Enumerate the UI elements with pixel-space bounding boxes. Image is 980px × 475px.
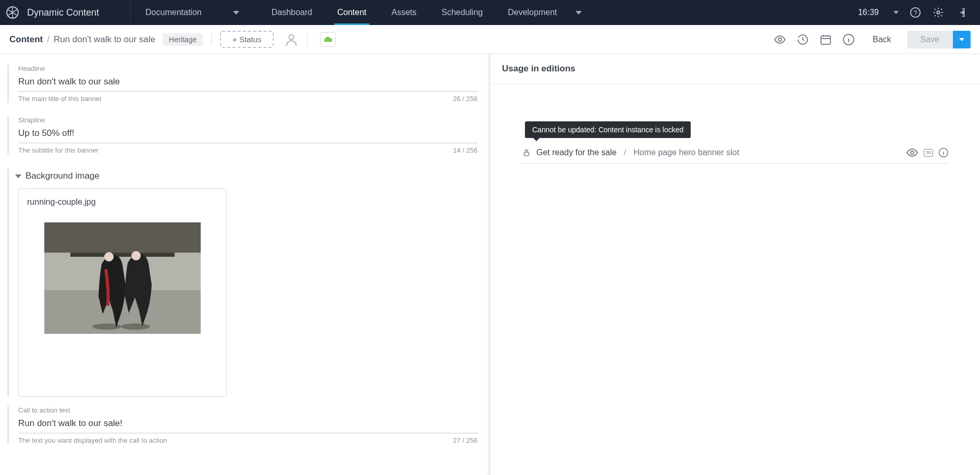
logout-icon[interactable] bbox=[955, 6, 967, 19]
back-button[interactable]: Back bbox=[873, 35, 891, 44]
chevron-down-icon bbox=[233, 11, 239, 15]
info-icon[interactable] bbox=[938, 147, 949, 158]
svg-rect-9 bbox=[44, 222, 201, 253]
settings-icon[interactable] bbox=[932, 6, 945, 19]
tab-scheduling[interactable]: Scheduling bbox=[429, 0, 495, 25]
user-icon[interactable] bbox=[284, 32, 299, 47]
save-dropdown-button[interactable] bbox=[953, 31, 971, 48]
svg-point-4 bbox=[289, 34, 294, 39]
lock-icon bbox=[522, 148, 531, 157]
headline-help: The main title of this banner bbox=[18, 95, 102, 103]
save-button-group: Save bbox=[907, 31, 971, 48]
svg-text:?: ? bbox=[913, 9, 917, 17]
cta-label: Call to action text bbox=[18, 406, 477, 414]
divider bbox=[307, 33, 308, 46]
edition-slot: Home page hero banner slot bbox=[633, 148, 739, 157]
background-image-toggle[interactable]: Background image bbox=[13, 168, 477, 184]
editions-panel-title: Usage in editions bbox=[491, 54, 980, 84]
chevron-down-icon bbox=[893, 11, 899, 14]
strapline-field-group: Strapline The subtitle for this banner 1… bbox=[7, 116, 477, 154]
breadcrumb-sep: / bbox=[47, 34, 50, 45]
breadcrumb-leaf: Run don't walk to our sale bbox=[54, 34, 155, 45]
content-toolbar: Content / Run don't walk to our sale Her… bbox=[0, 25, 980, 54]
time-dropdown[interactable]: 16:39 bbox=[858, 8, 899, 17]
cta-count: 27 / 256 bbox=[453, 436, 477, 444]
tab-assets[interactable]: Assets bbox=[379, 0, 429, 25]
heritage-badge: Heritage bbox=[163, 33, 203, 46]
cta-help: The text you want displayed with the cal… bbox=[18, 436, 167, 444]
background-image-section: Background image running-couple.jpg bbox=[7, 168, 477, 397]
headline-input[interactable] bbox=[18, 73, 477, 92]
time-value: 16:39 bbox=[858, 8, 879, 17]
form-pane: Headline The main title of this banner 2… bbox=[0, 54, 490, 475]
headline-field-group: Headline The main title of this banner 2… bbox=[7, 65, 477, 103]
history-icon[interactable] bbox=[797, 33, 809, 46]
edition-name: Get ready for the sale bbox=[536, 148, 617, 157]
svg-point-15 bbox=[131, 251, 141, 260]
locked-tooltip: Cannot be updated: Content instance is l… bbox=[525, 121, 691, 138]
headline-count: 26 / 256 bbox=[453, 95, 477, 103]
chevron-down-icon bbox=[15, 174, 21, 178]
strapline-label: Strapline bbox=[18, 116, 477, 124]
svg-point-3 bbox=[937, 11, 940, 14]
info-icon[interactable] bbox=[842, 33, 855, 46]
breadcrumb: Content / Run don't walk to our sale bbox=[9, 34, 155, 45]
top-navigation: Dynamic Content Documentation Dashboard … bbox=[0, 0, 980, 25]
main-tabs: Dashboard Content Assets Scheduling bbox=[259, 0, 496, 25]
svg-rect-10 bbox=[70, 253, 175, 257]
tab-content[interactable]: Content bbox=[325, 0, 379, 25]
cloud-status-icon[interactable] bbox=[320, 32, 336, 47]
save-button[interactable]: Save bbox=[907, 31, 953, 48]
svg-point-5 bbox=[778, 38, 781, 41]
documentation-label: Documentation bbox=[145, 8, 202, 17]
app-logo-icon bbox=[6, 6, 19, 19]
image-thumbnail-wrap bbox=[27, 222, 218, 334]
edition-row[interactable]: Cannot be updated: Content instance is l… bbox=[522, 146, 949, 164]
strapline-input[interactable] bbox=[18, 125, 477, 143]
chevron-down-icon bbox=[575, 11, 582, 15]
edition-row-actions: 30 bbox=[906, 146, 949, 159]
tab-dashboard[interactable]: Dashboard bbox=[259, 0, 325, 25]
calendar-day-badge[interactable]: 30 bbox=[924, 149, 933, 157]
svg-point-14 bbox=[104, 252, 114, 261]
preview-icon[interactable] bbox=[906, 146, 918, 159]
strapline-help: The subtitle for this banner bbox=[18, 146, 99, 154]
divider bbox=[211, 33, 212, 46]
svg-rect-6 bbox=[821, 36, 830, 44]
cta-input[interactable] bbox=[18, 415, 477, 433]
image-filename: running-couple.jpg bbox=[27, 197, 218, 207]
add-status-button[interactable]: + Status bbox=[220, 31, 274, 48]
image-thumbnail bbox=[44, 222, 201, 334]
schedule-icon[interactable] bbox=[819, 33, 832, 46]
breadcrumb-root[interactable]: Content bbox=[9, 34, 43, 45]
svg-point-17 bbox=[911, 151, 914, 154]
preview-icon[interactable] bbox=[774, 33, 786, 46]
image-card[interactable]: running-couple.jpg bbox=[18, 189, 227, 397]
development-dropdown[interactable]: Development bbox=[495, 8, 594, 17]
topnav-right: 16:39 ? bbox=[858, 0, 980, 25]
development-label: Development bbox=[508, 8, 557, 17]
app-brand: Dynamic Content bbox=[27, 7, 130, 18]
background-image-label: Background image bbox=[26, 171, 100, 181]
svg-point-13 bbox=[121, 323, 150, 330]
help-icon[interactable]: ? bbox=[909, 6, 922, 19]
svg-rect-16 bbox=[524, 152, 529, 156]
editions-pane: Usage in editions Cannot be updated: Con… bbox=[490, 54, 980, 475]
strapline-count: 14 / 256 bbox=[453, 146, 477, 154]
headline-label: Headline bbox=[18, 65, 477, 72]
cta-field-group: Call to action text The text you want di… bbox=[7, 406, 477, 444]
edition-sep: / bbox=[624, 148, 626, 157]
main-split: Headline The main title of this banner 2… bbox=[0, 54, 980, 475]
documentation-dropdown[interactable]: Documentation bbox=[131, 0, 254, 25]
